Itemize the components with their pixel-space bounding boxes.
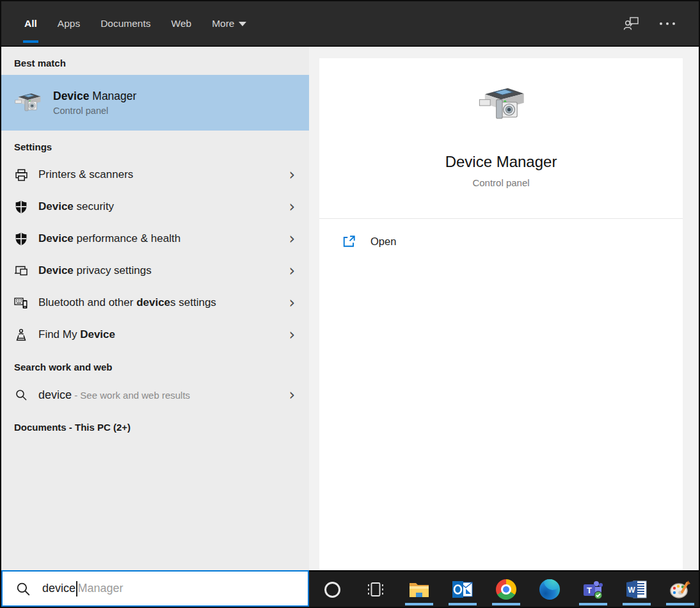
settings-item-printers-scanners[interactable]: Printers & scanners ›	[1, 159, 309, 191]
shield-icon	[14, 232, 28, 246]
chevron-right-icon: ›	[289, 231, 300, 246]
shield-icon	[14, 200, 28, 214]
filter-tabs: All Apps Documents Web More	[14, 1, 257, 45]
settings-item-device-performance-health[interactable]: Device performance & health ›	[1, 223, 309, 255]
preview-pane: Device Manager Control panel Open	[319, 58, 683, 570]
device-manager-icon	[12, 88, 43, 118]
text-cursor	[76, 581, 77, 596]
open-button-label: Open	[370, 236, 396, 248]
preview-subtitle: Control panel	[472, 177, 529, 188]
open-button[interactable]: Open	[319, 219, 683, 248]
feedback-icon[interactable]	[622, 14, 641, 33]
search-icon	[15, 581, 31, 596]
tab-more[interactable]: More	[202, 1, 257, 45]
web-search-hint: - See work and web results	[72, 390, 190, 401]
tab-web-label: Web	[171, 18, 192, 29]
printer-icon	[14, 168, 28, 182]
search-web-section-header: Search work and web	[1, 351, 309, 379]
edge-icon[interactable]	[534, 574, 565, 605]
chevron-right-icon: ›	[289, 167, 300, 182]
search-filter-bar: All Apps Documents Web More	[1, 1, 699, 47]
preview-title: Device Manager	[445, 153, 557, 171]
tab-web[interactable]: Web	[161, 1, 202, 45]
svg-text:T: T	[587, 586, 592, 595]
settings-item-device-privacy[interactable]: Device privacy settings ›	[1, 255, 309, 287]
best-match-title: Device Manager	[53, 90, 136, 103]
devices-icon	[14, 264, 28, 278]
results-panel: Best match Device Manager	[1, 47, 309, 570]
task-view-icon[interactable]	[360, 574, 391, 605]
settings-item-device-security[interactable]: Device security ›	[1, 191, 309, 223]
tab-all-label: All	[24, 18, 37, 29]
file-explorer-icon[interactable]	[404, 574, 434, 605]
chrome-icon[interactable]	[491, 574, 521, 605]
settings-section-header: Settings	[1, 131, 309, 159]
chevron-right-icon: ›	[289, 387, 300, 403]
tab-documents[interactable]: Documents	[90, 1, 161, 45]
paint-icon[interactable]	[665, 574, 696, 605]
search-input[interactable]: deviceManager	[1, 570, 309, 607]
settings-item-bluetooth-devices[interactable]: Bluetooth and other devices settings ›	[1, 287, 309, 319]
tab-documents-label: Documents	[100, 18, 150, 29]
web-search-result-device[interactable]: device - See work and web results ›	[1, 379, 309, 411]
chevron-right-icon: ›	[289, 295, 300, 310]
best-match-result-device-manager[interactable]: Device Manager Control panel	[1, 75, 309, 131]
find-my-device-icon	[14, 328, 28, 342]
search-inline-suggestion: Manager	[78, 582, 123, 595]
settings-item-find-my-device[interactable]: Find My Device ›	[1, 319, 309, 351]
chevron-down-icon	[239, 22, 246, 26]
tab-apps-label: Apps	[58, 18, 80, 29]
more-options-icon[interactable]	[658, 14, 677, 33]
chevron-right-icon: ›	[289, 327, 300, 342]
tab-apps[interactable]: Apps	[47, 1, 90, 45]
windows-search-panel: All Apps Documents Web More	[0, 0, 700, 608]
cortana-icon[interactable]	[317, 574, 347, 605]
tab-all[interactable]: All	[14, 1, 47, 45]
web-search-term: device	[38, 388, 72, 401]
chevron-right-icon: ›	[289, 263, 300, 278]
documents-section-header: Documents - This PC (2+)	[1, 411, 309, 439]
search-results-area: Best match Device Manager	[1, 47, 699, 570]
search-icon	[14, 388, 28, 402]
tab-more-label: More	[212, 18, 234, 29]
open-external-icon	[342, 234, 356, 248]
outlook-icon[interactable]	[447, 574, 478, 605]
best-match-header: Best match	[1, 47, 309, 75]
device-manager-icon-large	[474, 83, 528, 127]
svg-text:W: W	[628, 586, 635, 595]
bluetooth-devices-icon	[14, 296, 28, 310]
chevron-right-icon: ›	[289, 199, 300, 214]
search-typed-text: device	[42, 582, 76, 595]
best-match-subtitle: Control panel	[53, 106, 136, 116]
teams-icon[interactable]: T	[578, 574, 609, 605]
word-icon[interactable]: W	[621, 574, 652, 605]
